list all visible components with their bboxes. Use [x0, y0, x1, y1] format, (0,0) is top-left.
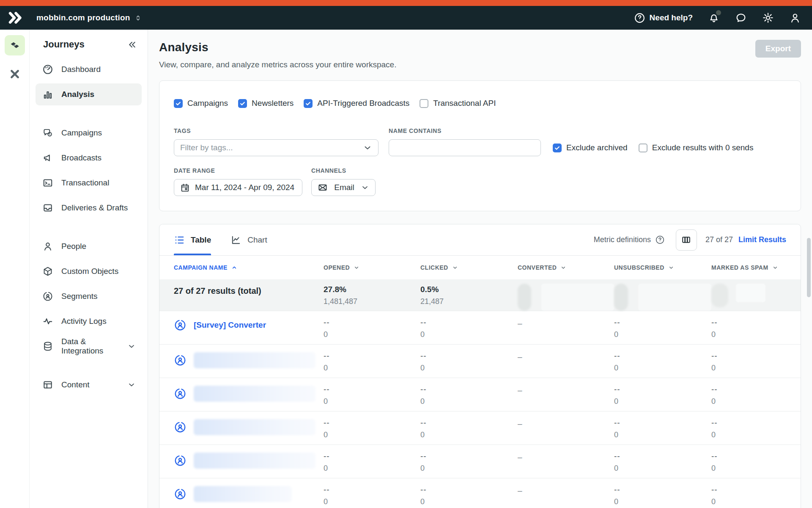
- metric-definitions[interactable]: Metric definitions: [594, 235, 665, 245]
- clicked-cell: --0: [420, 418, 518, 439]
- column-header-marked-as-spam[interactable]: MARKED AS SPAM: [711, 264, 801, 271]
- sidebar-item-segments[interactable]: Segments: [36, 285, 142, 307]
- sidebar-nav: DashboardAnalysisCampaignsBroadcastsTran…: [36, 58, 142, 396]
- chevron-down-icon: [772, 264, 779, 271]
- sidebar-item-label: Data & Integrations: [61, 337, 117, 356]
- channels-button[interactable]: Email: [311, 179, 376, 196]
- sidebar-item-content[interactable]: Content: [36, 374, 142, 396]
- type-filter-row: CampaignsNewslettersAPI-Triggered Broadc…: [174, 81, 786, 108]
- tags-label: TAGS: [174, 127, 379, 134]
- sidebar-item-dashboard[interactable]: Dashboard: [36, 58, 142, 80]
- metric-definitions-label: Metric definitions: [594, 235, 651, 244]
- name-contains-input[interactable]: [395, 143, 535, 152]
- campaign-name-cell: [174, 486, 324, 502]
- unsubscribed-cell: --0: [614, 385, 711, 406]
- topbar: mobbin.com production Need help?: [0, 6, 812, 30]
- sidebar-item-people[interactable]: People: [36, 235, 142, 257]
- type-checkbox-newsletters[interactable]: Newsletters: [238, 99, 294, 108]
- type-checkbox-transactional-api[interactable]: Transactional API: [420, 99, 496, 108]
- table-row: --0--0–--0--0: [159, 478, 801, 508]
- type-checkbox-campaigns[interactable]: Campaigns: [174, 99, 228, 108]
- column-header-unsubscribed[interactable]: UNSUBSCRIBED: [614, 264, 711, 271]
- converted-cell: –: [518, 485, 614, 495]
- date-range-button[interactable]: Mar 11, 2024 - Apr 09, 2024: [174, 179, 302, 196]
- sidebar-item-transactional[interactable]: Transactional: [36, 172, 142, 194]
- help-circle-icon: [634, 12, 645, 24]
- campaign-name-cell: [Survey] Converter: [174, 319, 324, 331]
- redacted-campaign-name: [194, 386, 315, 402]
- sort-ascending-icon: [231, 264, 238, 271]
- transactional-icon: [42, 177, 53, 188]
- columns-icon: [681, 235, 691, 245]
- limit-results-link[interactable]: Limit Results: [738, 235, 786, 244]
- sidebar-item-broadcasts[interactable]: Broadcasts: [36, 147, 142, 169]
- segments-icon: [42, 291, 53, 302]
- rail-secondary-product-icon[interactable]: [9, 68, 21, 80]
- chat-bubble-icon[interactable]: [735, 12, 747, 24]
- sidebar-item-label: Broadcasts: [61, 153, 102, 163]
- exclude-zero-sends-checkbox[interactable]: Exclude results with 0 sends: [639, 143, 754, 152]
- sidebar: Journeys DashboardAnalysisCampaignsBroad…: [30, 30, 148, 508]
- sidebar-item-activity-logs[interactable]: Activity Logs: [36, 310, 142, 332]
- sidebar-item-custom-objects[interactable]: Custom Objects: [36, 260, 142, 282]
- sidebar-item-deliveries-drafts[interactable]: Deliveries & Drafts: [36, 197, 142, 219]
- total-clicked-count: 21,487: [420, 297, 518, 306]
- settings-gear-icon[interactable]: [762, 12, 774, 24]
- column-header-campaign-name[interactable]: CAMPAIGN NAME: [174, 264, 324, 271]
- exclude-zero-sends-label: Exclude results with 0 sends: [652, 143, 754, 152]
- redacted-campaign-name: [194, 352, 315, 368]
- tags-select[interactable]: Filter by tags...: [174, 139, 379, 156]
- account-person-icon[interactable]: [789, 12, 801, 24]
- channels-label: CHANNELS: [311, 167, 376, 174]
- date-range-filter: DATE RANGE Mar 11, 2024 - Apr 09, 2024: [174, 167, 302, 196]
- column-label: OPENED: [324, 264, 350, 271]
- notifications-bell-icon[interactable]: [708, 12, 720, 24]
- type-checkbox-api-triggered-broadcasts[interactable]: API-Triggered Broadcasts: [304, 99, 409, 108]
- marked-as-spam-cell: --0: [711, 351, 801, 373]
- sidebar-item-campaigns[interactable]: Campaigns: [36, 122, 142, 144]
- tags-filter: TAGS Filter by tags...: [174, 127, 379, 156]
- sidebar-item-data-integrations[interactable]: Data & Integrations: [36, 335, 142, 357]
- sidebar-collapse-icon[interactable]: [127, 39, 137, 50]
- opened-cell: --0: [324, 418, 420, 439]
- type-checkbox-label: API-Triggered Broadcasts: [317, 99, 409, 108]
- rail-journeys-product-icon[interactable]: [5, 35, 25, 55]
- campaign-name-cell: [174, 419, 324, 435]
- column-label: MARKED AS SPAM: [711, 264, 768, 271]
- tab-chart[interactable]: Chart: [230, 224, 267, 255]
- type-checkbox-label: Campaigns: [187, 99, 228, 108]
- workspace-switcher[interactable]: mobbin.com production: [36, 13, 142, 22]
- column-header-opened[interactable]: OPENED: [324, 264, 420, 271]
- column-header-converted[interactable]: CONVERTED: [518, 264, 614, 271]
- sidebar-item-analysis[interactable]: Analysis: [36, 83, 142, 105]
- unsubscribed-cell: --0: [614, 318, 711, 339]
- campaign-person-icon: [174, 354, 187, 367]
- product-rail: [0, 30, 30, 508]
- total-opened-rate: 27.8%: [324, 285, 420, 294]
- chevron-down-icon: [560, 264, 567, 271]
- chevron-down-icon: [127, 381, 136, 389]
- tab-table[interactable]: Table: [174, 224, 211, 255]
- chevron-down-icon: [452, 264, 458, 271]
- page-title: Analysis: [159, 41, 801, 54]
- workspace-switcher-chevrons-icon: [134, 14, 142, 22]
- type-checkbox-label: Transactional API: [433, 99, 496, 108]
- clicked-cell: --0: [420, 318, 518, 339]
- vertical-scrollbar[interactable]: [807, 238, 811, 297]
- campaign-name-link[interactable]: [Survey] Converter: [194, 320, 266, 330]
- converted-cell: –: [518, 385, 614, 395]
- channels-value: Email: [334, 183, 354, 192]
- marked-as-spam-cell: --0: [711, 385, 801, 406]
- sidebar-group-gap: [36, 222, 142, 235]
- people-icon: [42, 241, 53, 252]
- converted-cell: –: [518, 418, 614, 428]
- column-settings-button[interactable]: [676, 229, 697, 251]
- export-button[interactable]: Export: [755, 40, 801, 58]
- tags-placeholder: Filter by tags...: [180, 143, 233, 152]
- exclude-archived-checkbox[interactable]: Exclude archived: [553, 143, 628, 152]
- need-help-label: Need help?: [650, 13, 693, 22]
- campaign-person-icon: [174, 454, 187, 467]
- need-help-button[interactable]: Need help?: [634, 12, 693, 24]
- unsubscribed-cell: --0: [614, 418, 711, 439]
- column-header-clicked[interactable]: CLICKED: [420, 264, 518, 271]
